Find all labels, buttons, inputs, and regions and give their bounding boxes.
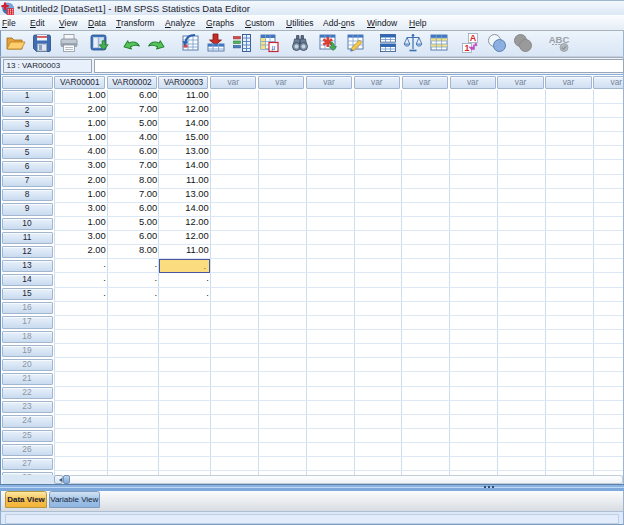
svg-text:1: 1 bbox=[464, 43, 469, 53]
svg-text:A: A bbox=[470, 33, 477, 43]
svg-text:ABC: ABC bbox=[549, 34, 569, 45]
svg-text:µ: µ bbox=[271, 43, 275, 52]
